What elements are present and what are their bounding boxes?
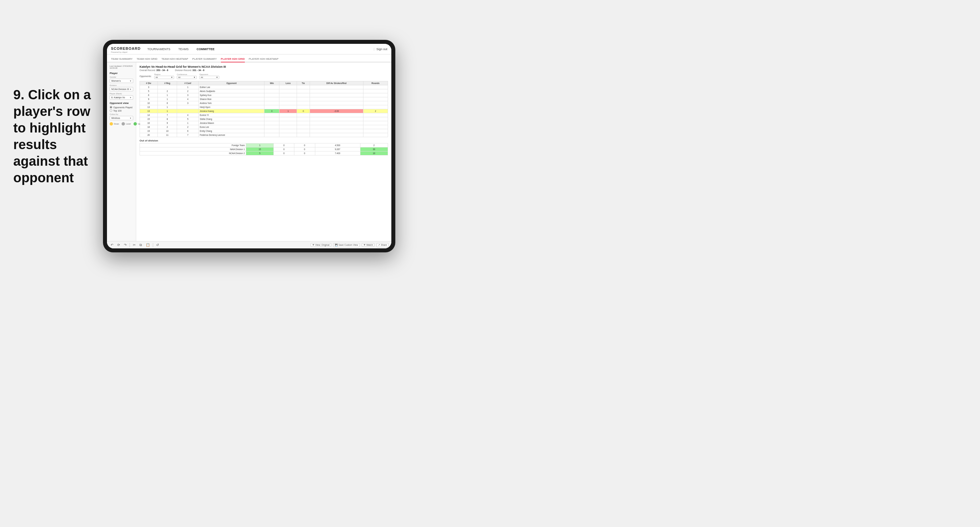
legend-level: Level xyxy=(122,122,130,125)
redo-step-button[interactable]: ⟳ xyxy=(116,243,121,247)
col-header-rounds: Rounds xyxy=(363,81,388,85)
cell-6 xyxy=(297,125,310,129)
refresh-button[interactable]: ↺ xyxy=(155,243,160,247)
cell-8 xyxy=(363,113,388,117)
cell-1: 2 xyxy=(158,89,177,93)
radio-top100[interactable]: Top 100 xyxy=(110,109,133,112)
undo-button[interactable]: ↶ xyxy=(110,243,114,247)
view-original-button[interactable]: 👁 View: Original xyxy=(310,243,331,247)
table-row[interactable]: 1691Jessica Mason xyxy=(140,121,388,125)
out-of-div-row[interactable]: NCAA Division 25007.40010 xyxy=(140,151,388,156)
table-row[interactable]: 1822Euna Lee xyxy=(140,125,388,129)
radio-opponents-played-label: Opponents Played xyxy=(113,106,132,109)
cell-6 xyxy=(297,97,310,101)
player-dropdown[interactable]: 8. Katelyn Vo ▼ xyxy=(110,95,133,100)
colour-by-dropdown[interactable]: Win/loss ▼ xyxy=(110,116,133,120)
share-button[interactable]: ↗ Share xyxy=(376,243,389,247)
sub-nav-team-h2h-heatmap[interactable]: TEAM H2H HEATMAP xyxy=(161,57,188,62)
cell-7 xyxy=(310,105,363,109)
conference-label: Conference xyxy=(177,73,197,75)
cell-2: 1 xyxy=(177,85,199,89)
nav-item-committee[interactable]: COMMITTEE xyxy=(195,48,216,51)
legend-level-label: Level xyxy=(126,123,130,125)
cell-0: 3 xyxy=(140,85,158,89)
opponent-label: Opponent xyxy=(199,73,219,75)
table-row[interactable]: 1474Eunice Yi xyxy=(140,113,388,117)
grid-title: Katelyn Vo Head-to-Head Grid for Women's… xyxy=(140,65,388,68)
cell-0: 6 xyxy=(140,93,158,97)
legend-down: Down xyxy=(110,122,119,125)
paste-button[interactable]: 📋 xyxy=(145,243,151,247)
cut-button[interactable]: ✂ xyxy=(132,243,137,247)
cell-5: 1 xyxy=(279,109,297,113)
cell-4 xyxy=(264,117,279,121)
forward-button[interactable]: ↷ xyxy=(123,243,127,247)
copy-button[interactable]: ⧉ xyxy=(138,243,143,248)
cell-1: 1 xyxy=(158,93,177,97)
table-row[interactable]: 131Heeji Hyun xyxy=(140,105,388,109)
colour-by-arrow-icon: ▼ xyxy=(130,117,132,119)
table-row[interactable]: 914Sharon Mun xyxy=(140,97,388,101)
out-of-div-win: 5 xyxy=(246,151,274,156)
cell-4 xyxy=(264,101,279,105)
table-row[interactable]: 522Alexis Sudjianto xyxy=(140,89,388,93)
table-row[interactable]: 131Jessica Huang010-3.002 xyxy=(140,109,388,113)
nav-item-tournaments[interactable]: TOURNAMENTS xyxy=(146,48,172,51)
cell-2: 1 xyxy=(177,121,199,125)
cell-7 xyxy=(310,121,363,125)
out-of-div-diff: 4.500 xyxy=(315,143,360,148)
table-row[interactable]: 1063Andrea York xyxy=(140,101,388,105)
out-of-div-loss: 0 xyxy=(274,148,294,151)
sub-nav-team-h2h-grid[interactable]: TEAM H2H GRID xyxy=(137,57,158,62)
division-dropdown[interactable]: NCAA Division III ▼ xyxy=(110,87,133,91)
region-select[interactable]: All ▼ xyxy=(154,76,174,79)
table-row[interactable]: 31Esther Lee xyxy=(140,85,388,89)
player-value: 8. Katelyn Vo xyxy=(111,96,125,98)
watch-label: Watch xyxy=(366,244,373,246)
out-of-div-row[interactable]: Foreign Team1004.5002 xyxy=(140,143,388,148)
opponent-select[interactable]: All ▼ xyxy=(199,76,219,79)
conference-select[interactable]: All ▼ xyxy=(177,76,197,79)
conference-arrow-icon: ▼ xyxy=(193,76,195,78)
sub-nav-player-summary[interactable]: PLAYER SUMMARY xyxy=(192,57,217,62)
overall-record-label-text: Overall Record: xyxy=(140,69,156,71)
cell-8 xyxy=(363,93,388,97)
out-of-div-loss: 0 xyxy=(274,143,294,148)
nav-item-teams[interactable]: TEAMS xyxy=(177,48,190,51)
cell-0: 20 xyxy=(140,133,158,137)
out-of-div-loss: 0 xyxy=(274,151,294,156)
out-of-div-win: 15 xyxy=(246,148,274,151)
gender-value: Women's xyxy=(111,80,121,82)
out-of-div-diff: 7.400 xyxy=(315,151,360,156)
sign-out-button[interactable]: Sign out xyxy=(376,48,387,51)
sub-nav-player-h2h-grid[interactable]: PLAYER H2H GRID xyxy=(221,57,245,62)
table-row[interactable]: 19106Emily Chang xyxy=(140,129,388,133)
cell-3: Esther Lee xyxy=(199,85,264,89)
cell-6 xyxy=(297,117,310,121)
cell-4 xyxy=(264,113,279,117)
division-label: Division xyxy=(110,84,133,86)
legend-down-dot xyxy=(110,122,113,125)
cell-6 xyxy=(297,105,310,109)
opponent-filter-group: Opponent All ▼ xyxy=(199,73,219,79)
cell-6 xyxy=(297,93,310,97)
opponents-label: Opponents: xyxy=(140,75,151,77)
watch-button[interactable]: 👁 Watch xyxy=(362,243,375,247)
sub-nav-team-summary[interactable]: TEAM SUMMARY xyxy=(111,57,132,62)
table-row[interactable]: 1585Stella Chang xyxy=(140,117,388,121)
table-row[interactable]: 20117Federica Domecq Lacroze xyxy=(140,133,388,137)
radio-group: Opponents Played Top 100 xyxy=(110,106,133,112)
out-of-div-row[interactable]: NAIA Division 115009.26730 xyxy=(140,148,388,151)
radio-opponents-played[interactable]: Opponents Played xyxy=(110,106,133,109)
table-row[interactable]: 613Sydney Kuo xyxy=(140,93,388,97)
save-custom-button[interactable]: 💾 Save Custom View xyxy=(333,243,360,247)
division-arrow-icon: ▼ xyxy=(130,88,132,90)
cell-2: 4 xyxy=(177,113,199,117)
gender-dropdown[interactable]: Women's ▼ xyxy=(110,79,133,83)
col-header-conf: # Conf xyxy=(177,81,199,85)
cell-7 xyxy=(310,85,363,89)
cell-4 xyxy=(264,93,279,97)
out-of-division-divider: Out of division xyxy=(140,139,388,142)
sub-nav-player-h2h-heatmap[interactable]: PLAYER H2H HEATMAP xyxy=(249,57,279,62)
region-label: Region xyxy=(154,73,174,75)
